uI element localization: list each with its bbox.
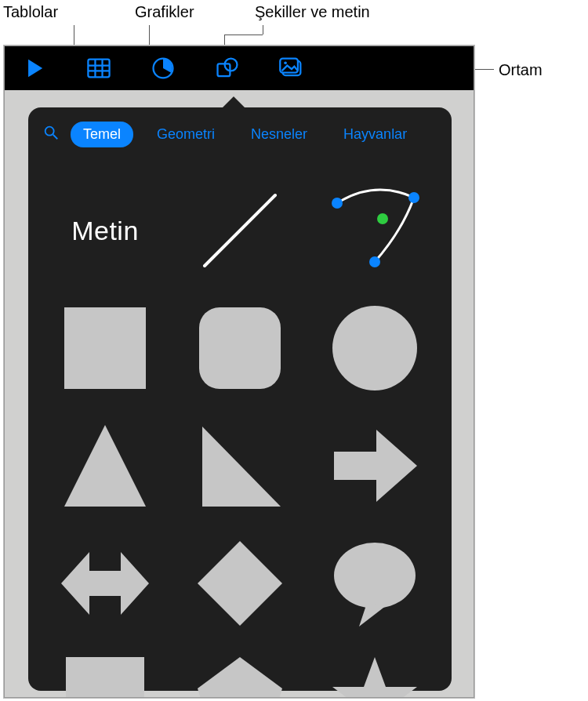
svg-line-12: [53, 135, 58, 140]
shape-star[interactable]: [316, 642, 434, 698]
media-button[interactable]: [276, 53, 307, 84]
play-button[interactable]: [19, 53, 50, 84]
svg-point-16: [369, 256, 380, 267]
shape-diamond[interactable]: [181, 525, 299, 642]
shape-pen-curve[interactable]: [316, 172, 434, 289]
svg-point-15: [408, 192, 419, 203]
callout-shapes-text: Şekiller ve metin: [255, 3, 370, 21]
shape-text[interactable]: Metin: [46, 172, 164, 289]
shape-arrow-right[interactable]: [316, 407, 434, 525]
svg-point-14: [332, 198, 343, 209]
toolbar: [5, 46, 474, 90]
shapes-grid: Metin: [42, 172, 437, 698]
shape-triangle[interactable]: [46, 407, 164, 525]
callout-line: [224, 35, 263, 35]
callouts-top: Tablolar Grafikler Şekiller ve metin: [0, 0, 588, 45]
shape-square[interactable]: [46, 289, 164, 407]
shapes-button[interactable]: [212, 53, 243, 84]
popover-arrow: [221, 96, 246, 109]
svg-line-13: [205, 195, 275, 266]
callout-charts: Grafikler: [135, 3, 194, 21]
shape-circle[interactable]: [316, 289, 434, 407]
callout-media: Ortam: [499, 61, 543, 79]
callout-tables: Tablolar: [3, 3, 58, 21]
shape-double-arrow[interactable]: [46, 525, 164, 642]
charts-button[interactable]: [147, 53, 179, 84]
shape-speech-bubble[interactable]: [316, 525, 434, 642]
shapes-popover: Temel Geometri Nesneler Hayvanlar Metin: [28, 107, 452, 691]
svg-point-10: [284, 61, 287, 64]
callout-line: [263, 25, 263, 35]
tab-geometry[interactable]: Geometri: [144, 122, 227, 147]
shape-callout-rect[interactable]: [46, 642, 164, 698]
svg-point-17: [377, 213, 388, 224]
svg-rect-19: [199, 307, 281, 389]
shape-right-triangle[interactable]: [181, 407, 299, 525]
svg-rect-18: [64, 307, 146, 389]
text-shape-label: Metin: [71, 216, 139, 246]
svg-point-20: [332, 306, 417, 390]
tabs-row: Temel Geometri Nesneler Hayvanlar: [42, 118, 437, 150]
search-icon[interactable]: [42, 124, 60, 144]
shape-pentagon[interactable]: [181, 642, 299, 698]
tab-animals[interactable]: Hayvanlar: [331, 122, 419, 147]
tab-objects[interactable]: Nesneler: [238, 122, 320, 147]
tab-basic[interactable]: Temel: [71, 122, 133, 147]
svg-rect-0: [88, 60, 109, 78]
shape-line[interactable]: [181, 172, 299, 289]
app-frame: Temel Geometri Nesneler Hayvanlar Metin: [4, 45, 474, 698]
svg-point-11: [45, 127, 54, 136]
svg-rect-22: [66, 657, 144, 698]
svg-point-21: [334, 543, 416, 608]
tables-button[interactable]: [83, 53, 114, 84]
shape-rounded-square[interactable]: [181, 289, 299, 407]
